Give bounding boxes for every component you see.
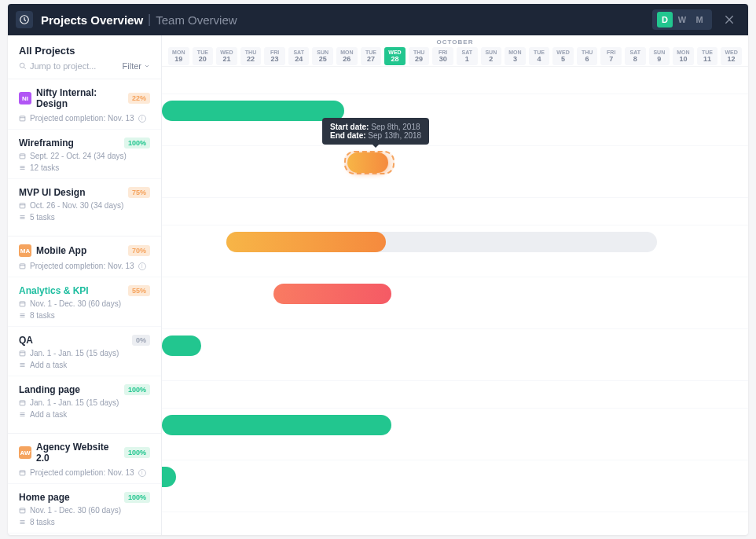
svg-point-3 (20, 63, 24, 68)
task-date-range: Nov. 1 - Dec. 30 (60 days) (19, 506, 150, 515)
day-cell[interactable]: SUN25 (312, 47, 333, 65)
day-cell[interactable]: THU29 (409, 47, 430, 65)
avatar[interactable]: M (692, 12, 707, 28)
gantt-bar[interactable] (162, 467, 176, 487)
project-group: NI Nifty Internal: Design 22% Projected … (8, 79, 161, 129)
percent-badge: 55% (128, 285, 150, 296)
percent-badge: 100% (124, 492, 150, 503)
gantt-row-group (162, 198, 748, 226)
percent-badge: 22% (128, 93, 150, 104)
day-cell[interactable]: MON3 (505, 47, 526, 65)
info-icon[interactable]: i (138, 469, 146, 477)
header-tab-inactive[interactable]: Team Overview (156, 13, 237, 27)
day-cell[interactable]: SUN2 (481, 47, 502, 65)
projected-completion: Projected completion: Nov. 13i (19, 468, 150, 477)
gantt-row-group (162, 381, 748, 409)
gantt-bar[interactable] (347, 152, 388, 173)
group-badge: AW (19, 446, 31, 459)
gantt-bar[interactable] (162, 415, 391, 435)
tooltip-start-value: Sep 8th, 2018 (371, 123, 420, 131)
group-header[interactable]: NI Nifty Internal: Design 22% (19, 87, 150, 109)
gantt-bar[interactable] (162, 101, 344, 121)
task-name: Landing page (19, 384, 80, 395)
tooltip-start-label: Start date: (330, 123, 369, 131)
gantt-bar[interactable] (273, 284, 391, 304)
day-cell[interactable]: TUE4 (529, 47, 550, 65)
add-task-link[interactable]: Add a task (19, 410, 150, 419)
percent-badge: 100% (124, 138, 150, 148)
day-cell[interactable]: SAT24 (288, 47, 310, 65)
gantt-row (162, 277, 748, 329)
group-name: Nifty Internal: Design (36, 87, 123, 109)
day-cell[interactable]: MON26 (336, 47, 358, 65)
day-cell[interactable]: FRI23 (264, 47, 285, 65)
project-group: AW Agency Website 2.0 100% Projected com… (8, 433, 161, 483)
group-header[interactable]: AW Agency Website 2.0 100% (19, 442, 150, 464)
task-item[interactable]: QA 0% Jan. 1 - Jan. 15 (15 days) Add a t… (8, 326, 161, 376)
avatar[interactable]: D (657, 12, 673, 28)
timeline: OCTOBER MON19TUE20WED21THU22FRI23SAT24SU… (162, 35, 748, 535)
gantt-row (162, 460, 748, 512)
day-cell[interactable]: SAT1 (457, 47, 478, 65)
percent-badge: 0% (132, 335, 150, 346)
task-item[interactable]: Analytics & KPI 55% Nov. 1 - Dec. 30 (60… (8, 277, 161, 326)
info-icon[interactable]: i (138, 262, 146, 270)
task-name: Wireframing (19, 138, 74, 148)
avatar[interactable]: W (674, 12, 690, 28)
svg-rect-19 (20, 302, 25, 306)
task-item[interactable]: Landing page 100% Jan. 1 - Jan. 15 (15 d… (8, 376, 161, 425)
task-name: MVP UI Design (19, 187, 85, 198)
project-group: MA Mobile App 70% Projected completion: … (8, 236, 161, 277)
svg-rect-17 (20, 264, 25, 269)
day-cell[interactable]: THU6 (577, 47, 598, 65)
day-cell[interactable]: WED21 (216, 47, 237, 65)
task-date-range: Oct. 26 - Nov. 30 (34 days) (19, 201, 150, 210)
sidebar: All Projects Jump to project... Filter N… (8, 35, 162, 535)
search-input[interactable]: Jump to project... (19, 61, 96, 71)
group-name: Agency Website 2.0 (36, 442, 119, 464)
tooltip-end-value: Sep 13th, 2018 (368, 131, 421, 140)
day-cell[interactable]: TUE20 (193, 47, 214, 65)
header-tab-active[interactable]: Projects Overview (41, 13, 143, 27)
timeline-rows: Start date: Sep 8th, 2018 End date: Sep … (162, 67, 748, 512)
day-cell[interactable]: WED12 (721, 47, 742, 65)
day-cell[interactable]: TUE11 (697, 47, 718, 65)
day-cell[interactable]: FRI7 (600, 47, 622, 65)
task-date-range: Sept. 22 - Oct. 24 (34 days) (19, 152, 150, 160)
day-cell[interactable]: WED28 (384, 47, 406, 65)
gantt-row (162, 329, 748, 381)
svg-rect-7 (20, 154, 25, 159)
gantt-bar[interactable] (226, 232, 386, 252)
info-icon[interactable]: i (138, 115, 146, 123)
day-cell[interactable]: TUE27 (361, 47, 382, 65)
gantt-bar[interactable] (162, 336, 201, 356)
filter-button[interactable]: Filter (123, 61, 150, 71)
day-cell[interactable]: SUN9 (649, 47, 670, 65)
task-count: 8 tasks (19, 311, 150, 320)
day-cell[interactable]: MON10 (673, 47, 694, 65)
group-header[interactable]: MA Mobile App 70% (19, 244, 150, 257)
avatar-group[interactable]: D W M (652, 9, 712, 30)
day-cell[interactable]: MON19 (168, 47, 189, 65)
task-item[interactable]: Wireframing 100% Sept. 22 - Oct. 24 (34 … (8, 129, 161, 178)
svg-rect-24 (20, 351, 25, 356)
day-cell[interactable]: FRI30 (432, 47, 453, 65)
day-cell[interactable]: SAT8 (625, 47, 646, 65)
group-name: Mobile App (36, 245, 123, 256)
projected-completion: Projected completion: Nov. 13i (19, 114, 150, 123)
svg-rect-5 (20, 116, 25, 121)
day-cell[interactable]: THU22 (240, 47, 262, 65)
percent-badge: 100% (124, 447, 150, 458)
task-item[interactable]: MVP UI Design 75% Oct. 26 - Nov. 30 (34 … (8, 178, 161, 228)
day-cell[interactable]: WED5 (552, 47, 574, 65)
task-item[interactable]: Contact us 100% Jan. 1 - Jan. 15 (15 day… (8, 533, 161, 535)
percent-badge: 75% (128, 187, 150, 198)
task-count: 12 tasks (19, 163, 150, 172)
task-date-range: Nov. 1 - Dec. 30 (60 days) (19, 299, 150, 308)
svg-rect-34 (20, 471, 25, 475)
tooltip-end-label: End date: (330, 131, 366, 140)
task-item[interactable]: Home page 100% Nov. 1 - Dec. 30 (60 days… (8, 483, 161, 533)
add-task-link[interactable]: Add a task (19, 361, 150, 369)
app-header: Projects Overview | Team Overview D W M (8, 4, 748, 35)
close-icon[interactable] (718, 9, 740, 31)
